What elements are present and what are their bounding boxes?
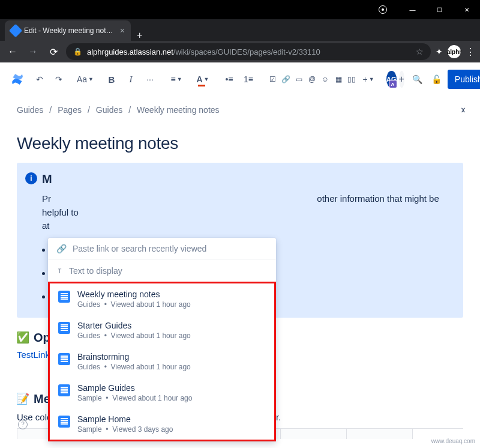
page-icon (58, 384, 70, 396)
breadcrumb-item[interactable]: Guides (96, 105, 122, 115)
profile-avatar[interactable]: alphr (448, 45, 461, 58)
breadcrumb-item[interactable]: Weekly meeting notes (137, 105, 219, 115)
text-color-button[interactable]: A▼ (194, 70, 211, 89)
link-result-item[interactable]: Weekly meeting notes Guides • Viewed abo… (50, 283, 274, 315)
publish-button[interactable]: Publish (448, 70, 480, 89)
bullet-list-button[interactable]: •≡ (221, 70, 238, 89)
page-icon (58, 353, 70, 365)
browser-tabstrip: Edit - Weekly meeting notes - Gu × + (0, 19, 480, 41)
user-avatar[interactable]: AG (386, 71, 397, 88)
close-window-button[interactable]: ✕ (453, 0, 480, 19)
watermark: www.deuaq.com (431, 438, 475, 444)
link-result-item[interactable]: Starter Guides Guides • Viewed about 1 h… (50, 315, 274, 346)
text-icon: Ｔ (56, 267, 63, 276)
action-item-icon[interactable]: ☑ (266, 73, 278, 85)
minimize-button[interactable]: — (399, 0, 426, 19)
lock-icon: 🔒 (73, 47, 82, 56)
address-bar[interactable]: 🔒 alphrguides.atlassian.net/wiki/spaces/… (66, 43, 431, 60)
alignment-button[interactable]: ≡▼ (168, 70, 185, 89)
layouts-icon[interactable]: ▯▯ (346, 73, 358, 85)
bookmark-icon[interactable]: ☆ (416, 47, 424, 56)
confluence-logo-icon[interactable] (11, 72, 24, 86)
browser-toolbar: ← → ⟳ 🔒 alphrguides.atlassian.net/wiki/s… (0, 41, 480, 62)
maximize-button[interactable]: ☐ (426, 0, 453, 19)
link-popup: 🔗 Paste link or search recently viewed Ｔ… (48, 238, 276, 441)
undo-button[interactable]: ↶ (31, 70, 48, 89)
page-icon (58, 416, 70, 428)
more-formatting-button[interactable]: ··· (142, 70, 158, 89)
image-icon[interactable]: ▭ (293, 73, 305, 85)
numbered-list-button[interactable]: 1≡ (240, 70, 257, 89)
restrictions-button[interactable]: 🔓 (428, 70, 445, 89)
panel-heading: M (42, 172, 452, 186)
url-path: /wiki/spaces/GUIDES/pages/edit-v2/33110 (173, 47, 320, 56)
editor-toolbar: ↶ ↷ Aa▼ B I ··· ≡▼ A▼ •≡ 1≡ ☑ 🔗 ▭ @ ☺ ▦ … (0, 62, 480, 96)
browser-tab[interactable]: Edit - Weekly meeting notes - Gu × (5, 20, 131, 41)
recording-indicator-icon (379, 5, 387, 14)
page-icon (58, 322, 70, 334)
panel-text: Pr (42, 193, 51, 204)
page-icon (58, 291, 70, 303)
text-styles-button[interactable]: Aa▼ (77, 70, 94, 89)
bold-button[interactable]: B (103, 70, 120, 89)
panel-text: other information that might be helpful … (42, 193, 439, 217)
checkbox-emoji-icon: ✅ (17, 331, 29, 344)
page-width-toggle-icon[interactable]: ›‹ (461, 103, 463, 116)
panel-text: at (42, 220, 50, 231)
insert-button[interactable]: +▼ (360, 70, 377, 89)
invite-button[interactable]: + (399, 71, 404, 88)
italic-button[interactable]: I (122, 70, 139, 89)
reload-button[interactable]: ⟳ (46, 46, 61, 58)
link-icon: 🔗 (56, 244, 67, 253)
emoji-icon[interactable]: ☺ (319, 73, 331, 85)
redo-button[interactable]: ↷ (50, 70, 67, 89)
breadcrumb-item[interactable]: Guides (17, 105, 43, 115)
breadcrumb: Guides/ Pages/ Guides/ Weekly meeting no… (17, 103, 463, 116)
breadcrumb-item[interactable]: Pages (58, 105, 82, 115)
link-url-input[interactable]: 🔗 Paste link or search recently viewed (48, 238, 276, 260)
help-icon[interactable]: ? (18, 420, 28, 429)
info-icon: i (25, 172, 37, 184)
link-text-input[interactable]: Ｔ Text to display (48, 260, 276, 282)
table-icon[interactable]: ▦ (332, 73, 344, 85)
link-result-item[interactable]: Brainstorming Guides • Viewed about 1 ho… (50, 346, 274, 377)
tab-close-icon[interactable]: × (120, 26, 125, 35)
find-button[interactable]: 🔍 (409, 70, 426, 89)
tab-title: Edit - Weekly meeting notes - Gu (24, 26, 116, 35)
forward-button[interactable]: → (25, 46, 41, 57)
new-tab-button[interactable]: + (131, 30, 148, 41)
link-result-item[interactable]: Sample Home Sample • Viewed 3 days ago (50, 408, 274, 440)
link-results-list: Weekly meeting notes Guides • Viewed abo… (48, 282, 276, 441)
mention-icon[interactable]: @ (306, 73, 318, 85)
extensions-icon[interactable]: ✦ (436, 47, 443, 56)
link-icon[interactable]: 🔗 (280, 73, 292, 85)
url-host: alphrguides.atlassian.net (87, 47, 173, 56)
memo-emoji-icon: 📝 (17, 393, 29, 405)
browser-menu-icon[interactable]: ⋮ (466, 46, 475, 58)
link-result-item[interactable]: Sample Guides Sample • Viewed about 1 ho… (50, 377, 274, 408)
page-title[interactable]: Weekly meeting notes (17, 134, 463, 153)
window-titlebar: — ☐ ✕ (0, 0, 480, 19)
back-button[interactable]: ← (5, 46, 20, 57)
confluence-favicon-icon (9, 24, 23, 38)
